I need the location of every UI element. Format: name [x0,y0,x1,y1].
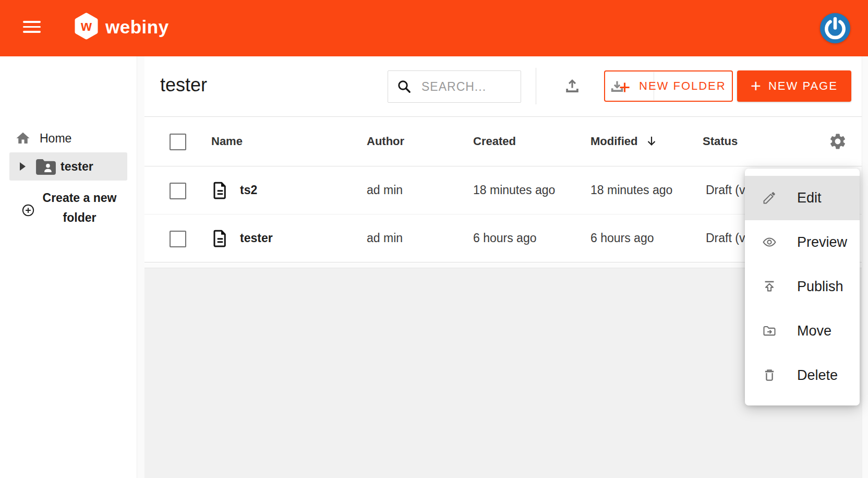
table-settings-button[interactable] [828,132,847,151]
sidebar: Home tester Create a new folder [0,56,137,478]
column-header-name: Name [211,117,243,166]
plus-circle-icon [21,204,35,217]
move-folder-icon [762,324,777,338]
toolbar-divider [536,68,536,104]
menu-item-edit[interactable]: Edit [745,176,860,220]
menu-item-label: Delete [797,353,838,398]
menu-item-preview[interactable]: Preview [745,220,860,265]
cell-author: ad min [367,214,403,262]
menu-item-publish[interactable]: Publish [745,265,860,309]
menu-item-label: Publish [797,265,843,309]
main-scrollbar-track[interactable] [862,56,868,478]
cell-modified: 18 minutes ago [590,166,672,214]
brand-name: webiny [105,0,169,56]
power-icon [820,13,850,43]
new-page-button[interactable]: + NEW PAGE [737,70,851,102]
menu-item-move[interactable]: Move [745,309,860,353]
home-icon [15,130,31,146]
create-new-folder-label: Create a new folder [42,188,117,228]
menu-item-delete[interactable]: Delete [745,353,860,398]
row-checkbox[interactable] [170,183,186,199]
folder-shared-icon [36,159,56,175]
cell-created: 18 minutes ago [473,166,555,214]
cell-name: ts2 [240,166,257,214]
search-input[interactable] [420,71,516,102]
file-icon [212,181,228,200]
sidebar-item-label: tester [61,152,93,181]
search-box [388,70,521,103]
caret-right-icon[interactable] [20,162,26,171]
column-header-created: Created [473,117,516,166]
menu-item-label: Move [797,309,831,353]
row-actions-context-menu: Edit Preview Publish [745,169,860,405]
app-root: w webiny Home tester [0,0,868,478]
topbar: w webiny [0,0,868,56]
gear-icon [830,134,845,149]
hamburger-icon [23,21,41,23]
plus-icon: + [751,77,761,94]
menu-item-label: Preview [797,220,847,265]
cell-created: 6 hours ago [473,214,536,262]
cell-modified: 6 hours ago [590,214,654,262]
user-avatar[interactable] [820,13,850,43]
sidebar-item-label: Home [40,126,71,150]
file-icon [212,229,228,248]
new-folder-label: NEW FOLDER [639,71,726,101]
column-header-author: Author [367,117,404,166]
select-all-checkbox[interactable] [170,134,186,150]
upload-icon [567,80,577,91]
row-checkbox[interactable] [170,231,186,247]
cell-name: tester [240,214,273,262]
new-folder-button[interactable]: NEW FOLDER [604,70,733,102]
pencil-icon [762,190,777,205]
publish-icon [762,279,777,294]
column-header-modified[interactable]: Modified [590,117,637,166]
table-header-row: Name Author Created Modified Status [144,117,868,166]
menu-item-label: Edit [797,176,822,220]
cell-status: Draft (v [706,214,745,262]
import-button[interactable] [563,77,581,95]
cell-author: ad min [367,166,403,214]
trash-icon [762,368,777,383]
webiny-logo-letter: w [74,13,99,40]
eye-icon [762,235,777,249]
sidebar-item-home[interactable]: Home [0,126,137,150]
new-page-label: NEW PAGE [768,79,838,93]
column-header-status: Status [703,117,738,166]
cell-status: Draft (v [706,166,745,214]
search-icon [396,79,412,94]
sort-desc-icon[interactable] [645,134,658,148]
hamburger-menu-button[interactable] [23,21,41,34]
page-title: tester [160,56,207,114]
plus-icon [617,80,632,95]
